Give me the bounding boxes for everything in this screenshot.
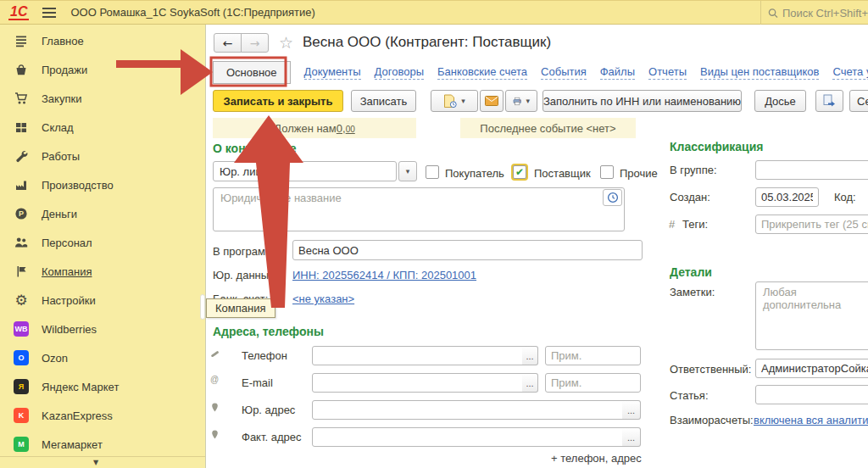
settlements-link[interactable]: включена вся аналити (754, 414, 868, 426)
actual-address-input[interactable] (312, 427, 623, 447)
tab-bankovskie-scheta[interactable]: Банковские счета (437, 65, 527, 80)
responsible-label: Ответственный: (670, 363, 751, 376)
checkbox-other-label: Прочие (620, 167, 658, 180)
tab-dogovory[interactable]: Договоры (375, 65, 424, 80)
dossier-button[interactable]: Досье (754, 90, 806, 112)
entity-type-dropdown-button[interactable]: ▾ (398, 161, 417, 181)
debt-amount-link[interactable]: 0,00 (337, 122, 355, 135)
save-button[interactable]: Записать (351, 90, 416, 112)
factory-icon (14, 177, 29, 192)
email-input[interactable] (312, 373, 523, 393)
tab-vidy-tsen[interactable]: Виды цен поставщиков (700, 65, 819, 80)
load-data-button[interactable] (815, 90, 843, 112)
chevron-down-icon: ▾ (526, 97, 530, 105)
sidebar-divider (0, 456, 205, 457)
fill-by-inn-button[interactable]: Заполнить по ИНН или наименованию (542, 90, 742, 112)
debt-indicator: Должен нам 0,00 (213, 118, 416, 138)
created-label: Создан: (670, 191, 710, 203)
cart-icon (14, 91, 29, 106)
search-placeholder: Поиск Ctrl+Shift+ (782, 7, 868, 20)
history-clock-icon (607, 192, 619, 203)
in-program-input[interactable] (292, 240, 643, 260)
printer-icon (513, 95, 521, 108)
tab-sobytiya[interactable]: События (541, 65, 587, 80)
svg-text:Р: Р (19, 209, 24, 218)
add-phone-address-link[interactable]: + телефон, адрес (551, 452, 642, 465)
created-date-input[interactable] (755, 187, 819, 207)
settlements-label: Взаиморасчеты: (670, 414, 754, 426)
sidebar-item-wildberries[interactable]: WB Wildberries (0, 315, 205, 343)
sidebar-item-kazanexpress[interactable]: K KazanExpress (0, 401, 205, 430)
gear-icon: ⚙ (14, 292, 29, 308)
sidebar-item-raboty[interactable]: Работы (0, 142, 205, 170)
sidebar-item-ozon[interactable]: O Ozon (0, 343, 205, 372)
top-bar: 1С ООО Ромашка_1С SoykaSoft (1С:Предприя… (0, 0, 868, 25)
sidebar-item-nastroyki[interactable]: ⚙ Настройки (0, 286, 205, 315)
list-icon (14, 33, 29, 48)
tab-osnovnoe[interactable]: Основное (213, 61, 291, 84)
check-icon: ✔ (515, 167, 524, 177)
article-input[interactable] (755, 385, 868, 404)
file-import-icon (822, 94, 837, 108)
sidebar-item-zakupki[interactable]: Закупки (0, 84, 205, 113)
tab-otchety[interactable]: Отчеты (648, 65, 687, 80)
sidebar-item-sklad[interactable]: Склад (0, 113, 205, 142)
name-history-button[interactable] (603, 189, 622, 206)
global-search-input[interactable]: Поиск Ctrl+Shift+ (760, 1, 868, 25)
tags-input[interactable] (755, 214, 868, 234)
sidebar-item-yandex-market[interactable]: Я Яндекс Маркет (0, 372, 205, 401)
forward-button[interactable]: → (241, 33, 269, 53)
tab-dokumenty[interactable]: Документы (304, 65, 361, 80)
legal-address-label: Юр. адрес (242, 404, 295, 416)
save-and-close-button[interactable]: Записать и закрыть (213, 90, 343, 112)
checkbox-other[interactable] (600, 165, 614, 179)
checkbox-buyer[interactable] (426, 165, 439, 179)
tab-scheta-ucheta[interactable]: Счета уче (832, 65, 868, 80)
group-label: В группе: (670, 164, 717, 176)
create-based-on-button[interactable]: ▾ (431, 90, 478, 112)
notes-textarea[interactable] (755, 281, 868, 350)
truncated-button[interactable]: Се (849, 90, 868, 112)
responsible-input[interactable] (755, 359, 868, 378)
article-label: Статья: (670, 389, 709, 402)
basket-icon (14, 62, 29, 77)
sidebar-item-megamarket[interactable]: М Мегамаркет (0, 430, 205, 459)
legal-name-textarea[interactable] (213, 187, 625, 231)
checkbox-supplier[interactable]: ✔ (513, 165, 526, 179)
sidebar-item-glavnoe[interactable]: Главное (0, 26, 205, 55)
staff-icon (14, 235, 29, 250)
app-title: ООО Ромашка_1С SoykaSoft (1С:Предприятие… (70, 6, 314, 19)
email-note-input[interactable] (545, 373, 641, 393)
legal-address-input[interactable] (312, 400, 623, 420)
email-select-button[interactable]: ... (522, 373, 538, 393)
back-button[interactable]: ← (214, 33, 242, 53)
send-email-button[interactable] (480, 90, 504, 112)
chevron-down-icon: ▾ (461, 97, 465, 105)
print-button[interactable]: ▾ (505, 90, 537, 112)
history-nav: ← → (214, 33, 269, 53)
phone-select-button[interactable]: ... (522, 346, 538, 365)
megamarket-icon: М (14, 437, 29, 452)
sidebar-scrollbar-thumb[interactable] (200, 294, 205, 320)
bank-account-link[interactable]: <не указан> (292, 292, 354, 305)
group-input[interactable] (755, 160, 868, 180)
tab-fayly[interactable]: Файлы (600, 65, 635, 80)
legal-address-select-button[interactable]: ... (622, 400, 641, 420)
sidebar-item-kompaniya[interactable]: Компания (0, 257, 205, 286)
actual-address-label: Факт. адрес (242, 431, 301, 443)
phone-input[interactable] (312, 346, 523, 365)
favorite-star-icon[interactable]: ☆ (279, 33, 293, 52)
warehouse-icon (14, 120, 29, 135)
sidebar-scroll-more-icon[interactable]: ▼ (93, 459, 98, 466)
sidebar-item-personal[interactable]: Персонал (0, 228, 205, 257)
checkbox-buyer-label: Покупатель (445, 167, 504, 180)
actual-address-select-button[interactable]: ... (622, 427, 641, 447)
main-menu-burger-icon[interactable] (42, 8, 56, 18)
phone-note-input[interactable] (545, 346, 641, 365)
entity-type-combobox[interactable]: Юр. лицо (213, 161, 397, 181)
inn-kpp-link[interactable]: ИНН: 2025562414 / КПП: 202501001 (292, 269, 476, 281)
sidebar-item-dengi[interactable]: Р Деньги (0, 199, 205, 228)
kompaniya-tooltip: Компания (206, 298, 275, 318)
sidebar-item-proizvodstvo[interactable]: Производство (0, 170, 205, 199)
sidebar-item-prodazhi[interactable]: Продажи (0, 55, 205, 84)
